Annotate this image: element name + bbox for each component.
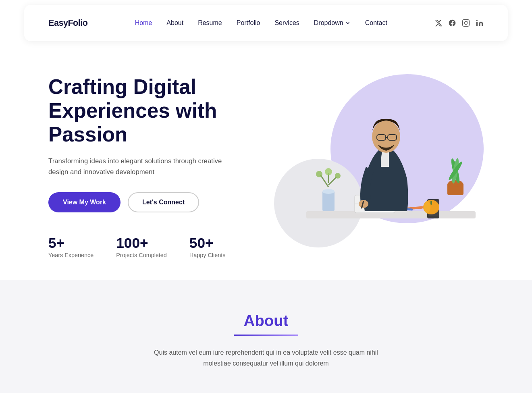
nav-item-about[interactable]: About: [166, 19, 183, 27]
stat-number-clients: 50+: [189, 235, 226, 251]
instagram-link[interactable]: [462, 19, 470, 27]
view-work-button[interactable]: View My Work: [48, 192, 121, 212]
twitter-icon: [434, 19, 443, 27]
lets-connect-button[interactable]: Let's Connect: [128, 192, 199, 212]
facebook-icon: [448, 19, 456, 27]
nav-item-contact[interactable]: Contact: [365, 19, 387, 27]
stat-projects: 100+ Projects Completed: [116, 235, 167, 258]
linkedin-icon: [476, 19, 484, 27]
stat-experience: 5+ Years Experience: [48, 235, 94, 258]
nav-link-resume[interactable]: Resume: [198, 19, 222, 26]
svg-point-26: [325, 168, 332, 175]
stat-number-experience: 5+: [48, 235, 94, 251]
svg-point-20: [322, 189, 335, 194]
svg-point-3: [476, 20, 478, 21]
svg-point-22: [316, 171, 322, 177]
svg-point-12: [448, 180, 463, 187]
social-links: [434, 19, 484, 27]
svg-point-1: [465, 22, 468, 25]
stat-label-experience: Years Experience: [48, 252, 94, 258]
nav-link-home[interactable]: Home: [135, 19, 152, 26]
nav-link-about[interactable]: About: [166, 19, 183, 26]
hero-buttons: View My Work Let's Connect: [48, 192, 258, 212]
svg-rect-19: [322, 191, 335, 211]
hero-scene-svg: [274, 74, 484, 260]
hero-title: Crafting Digital Experiences with Passio…: [48, 75, 258, 147]
nav-item-resume[interactable]: Resume: [198, 19, 222, 27]
nav-item-home[interactable]: Home: [135, 19, 152, 27]
svg-point-2: [468, 21, 468, 21]
nav-link-portfolio[interactable]: Portfolio: [237, 19, 260, 26]
svg-rect-18: [430, 201, 432, 205]
nav-links: Home About Resume Portfolio Services Dro…: [135, 19, 387, 27]
nav-item-services[interactable]: Services: [274, 19, 299, 27]
nav-item-portfolio[interactable]: Portfolio: [237, 19, 260, 27]
about-text: Quis autem vel eum iure reprehenderit qu…: [141, 347, 391, 369]
nav-item-dropdown[interactable]: Dropdown: [314, 19, 351, 27]
hero-section: Crafting Digital Experiences with Passio…: [0, 46, 532, 280]
stat-number-projects: 100+: [116, 235, 167, 251]
nav-link-contact[interactable]: Contact: [365, 19, 387, 26]
svg-rect-0: [463, 20, 470, 27]
logo[interactable]: EasyFolio: [48, 18, 88, 28]
hero-stats: 5+ Years Experience 100+ Projects Comple…: [48, 235, 258, 258]
about-title: About: [48, 312, 484, 330]
svg-line-23: [328, 177, 337, 185]
nav-link-dropdown[interactable]: Dropdown: [314, 19, 351, 27]
svg-line-21: [320, 175, 328, 187]
nav-link-services[interactable]: Services: [274, 19, 299, 26]
navbar: EasyFolio Home About Resume Portfolio Se…: [24, 5, 508, 41]
stat-label-projects: Projects Completed: [116, 252, 167, 258]
about-section: About Quis autem vel eum iure reprehende…: [0, 280, 532, 393]
svg-point-24: [335, 173, 341, 179]
facebook-link[interactable]: [448, 19, 456, 27]
svg-point-17: [424, 201, 430, 213]
hero-subtitle: Transforming ideas into elegant solution…: [48, 156, 242, 178]
hero-illustration: [274, 74, 484, 260]
stat-clients: 50+ Happy Clients: [189, 235, 226, 258]
twitter-link[interactable]: [434, 19, 443, 27]
linkedin-link[interactable]: [476, 19, 484, 27]
instagram-icon: [462, 19, 470, 27]
stat-label-clients: Happy Clients: [189, 252, 226, 258]
hero-content: Crafting Digital Experiences with Passio…: [48, 75, 258, 258]
about-underline: [234, 335, 298, 336]
chevron-down-icon: [345, 20, 351, 26]
